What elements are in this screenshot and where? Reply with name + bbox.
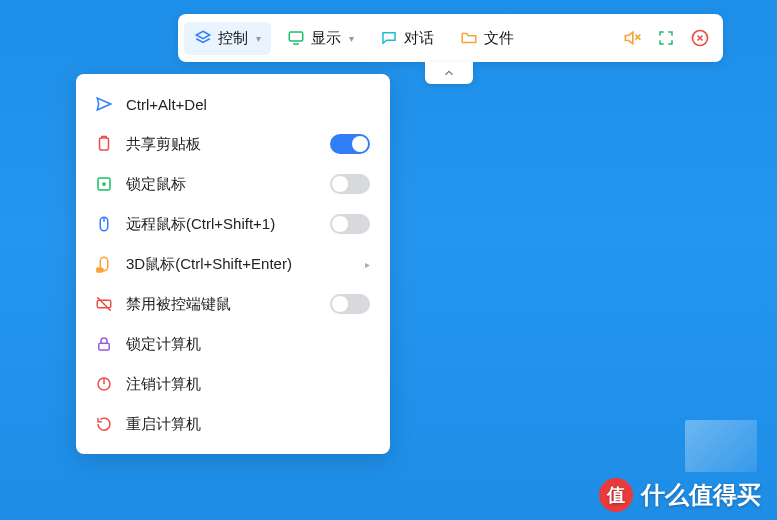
close-icon <box>690 28 710 48</box>
mouse3d-icon: 3D <box>94 254 114 274</box>
chevron-right-icon: ▸ <box>365 259 370 270</box>
menu-ctrl-alt-del[interactable]: Ctrl+Alt+Del <box>76 84 390 124</box>
toolbar-tab-control[interactable]: 控制 ▾ <box>184 22 271 55</box>
toolbar-tab-display[interactable]: 显示 ▾ <box>277 22 364 55</box>
svg-rect-0 <box>289 32 303 41</box>
restart-icon <box>94 414 114 434</box>
toggle-share-clipboard[interactable] <box>330 134 370 154</box>
watermark-text: 什么值得买 <box>641 479 761 511</box>
control-dropdown: Ctrl+Alt+Del 共享剪贴板 锁定鼠标 远程鼠标(Ctrl+Shift+… <box>76 74 390 454</box>
mute-button[interactable] <box>615 21 649 55</box>
menu-label: 3D鼠标(Ctrl+Shift+Enter) <box>126 255 353 274</box>
menu-label: 注销计算机 <box>126 375 370 394</box>
svg-point-4 <box>103 183 105 185</box>
svg-rect-9 <box>99 343 110 350</box>
taskbar-preview <box>685 420 757 472</box>
watermark: 值 什么值得买 <box>599 478 761 512</box>
menu-lock-computer[interactable]: 锁定计算机 <box>76 324 390 364</box>
chat-icon <box>380 29 398 47</box>
toolbar-label: 对话 <box>404 29 434 48</box>
toolbar-tab-file[interactable]: 文件 <box>450 22 524 55</box>
menu-lock-mouse[interactable]: 锁定鼠标 <box>76 164 390 204</box>
menu-label: 共享剪贴板 <box>126 135 318 154</box>
svg-text:3D: 3D <box>97 267 104 273</box>
menu-label: 锁定计算机 <box>126 335 370 354</box>
power-icon <box>94 374 114 394</box>
mouse-icon <box>94 214 114 234</box>
lock-icon <box>94 334 114 354</box>
menu-label: 远程鼠标(Ctrl+Shift+1) <box>126 215 318 234</box>
toolbar-label: 控制 <box>218 29 248 48</box>
send-icon <box>94 94 114 114</box>
volume-mute-icon <box>622 28 642 48</box>
menu-label: 锁定鼠标 <box>126 175 318 194</box>
menu-label: 禁用被控端键鼠 <box>126 295 318 314</box>
folder-icon <box>460 29 478 47</box>
toggle-remote-mouse[interactable] <box>330 214 370 234</box>
watermark-badge: 值 <box>599 478 633 512</box>
toolbar-label: 文件 <box>484 29 514 48</box>
menu-restart-computer[interactable]: 重启计算机 <box>76 404 390 444</box>
layers-icon <box>194 29 212 47</box>
menu-share-clipboard[interactable]: 共享剪贴板 <box>76 124 390 164</box>
monitor-icon <box>287 29 305 47</box>
close-button[interactable] <box>683 21 717 55</box>
clipboard-icon <box>94 134 114 154</box>
fullscreen-icon <box>657 29 675 47</box>
fullscreen-button[interactable] <box>649 21 683 55</box>
menu-3d-mouse[interactable]: 3D 3D鼠标(Ctrl+Shift+Enter) ▸ <box>76 244 390 284</box>
toggle-disable-remote-input[interactable] <box>330 294 370 314</box>
target-icon <box>94 174 114 194</box>
chevron-up-icon <box>442 66 456 80</box>
menu-label: 重启计算机 <box>126 415 370 434</box>
menu-disable-remote-input[interactable]: 禁用被控端键鼠 <box>76 284 390 324</box>
chevron-down-icon: ▾ <box>256 33 261 44</box>
menu-remote-mouse[interactable]: 远程鼠标(Ctrl+Shift+1) <box>76 204 390 244</box>
toggle-lock-mouse[interactable] <box>330 174 370 194</box>
svg-rect-2 <box>100 138 109 150</box>
menu-logoff-computer[interactable]: 注销计算机 <box>76 364 390 404</box>
toolbar-tab-chat[interactable]: 对话 <box>370 22 444 55</box>
chevron-down-icon: ▾ <box>349 33 354 44</box>
keyboard-off-icon <box>94 294 114 314</box>
menu-label: Ctrl+Alt+Del <box>126 96 370 113</box>
top-toolbar: 控制 ▾ 显示 ▾ 对话 文件 <box>178 14 723 62</box>
toolbar-label: 显示 <box>311 29 341 48</box>
collapse-toolbar-button[interactable] <box>425 62 473 84</box>
